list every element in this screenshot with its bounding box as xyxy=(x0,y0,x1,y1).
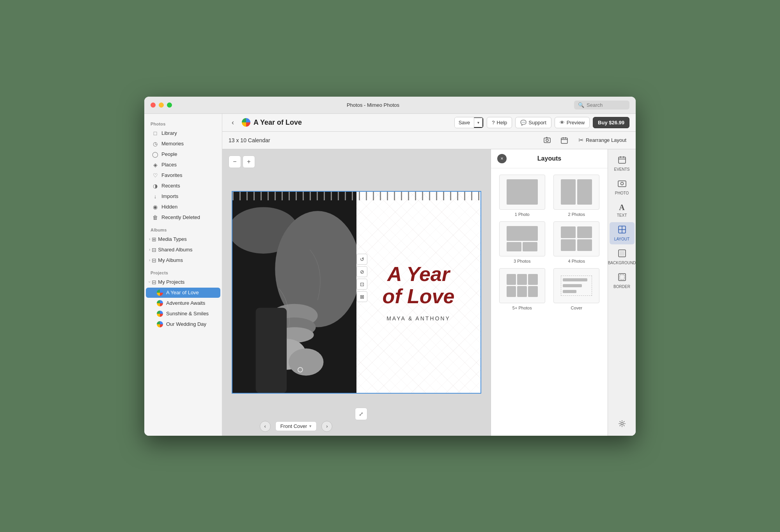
library-icon: □ xyxy=(152,130,158,136)
layout-shape-cover xyxy=(561,276,592,296)
recents-label: Recents xyxy=(161,183,180,189)
flip-button[interactable]: ⊘ xyxy=(356,266,367,277)
layout-label-3-photos: 3 Photos xyxy=(514,259,530,263)
sidebar-item-adventure-awaits[interactable]: Adventure Awaits xyxy=(146,298,220,308)
people-label: People xyxy=(161,151,177,157)
layout-item-4-photos[interactable]: 4 Photos xyxy=(552,221,602,263)
sidebar-item-recents[interactable]: ◑ Recents xyxy=(146,181,220,191)
sidebar-item-recently-deleted[interactable]: 🗑 Recently Deleted xyxy=(146,212,220,223)
chevron-right-icon: › xyxy=(149,258,150,262)
next-page-button[interactable]: › xyxy=(321,421,332,432)
right-panel-photo[interactable]: PHOTO xyxy=(610,176,635,198)
add-photo-button[interactable] xyxy=(541,134,553,147)
background-icon xyxy=(618,249,626,260)
right-panel-background[interactable]: BACKGROUND xyxy=(610,246,635,268)
people-icon: ◯ xyxy=(152,151,158,157)
navigation-bar: ‹ Front Cover ▾ › xyxy=(222,417,370,436)
sidebar-item-favorites[interactable]: ♡ Favorites xyxy=(146,170,220,180)
back-button[interactable]: ‹ xyxy=(229,118,237,127)
cover-title: A Year of Love xyxy=(383,263,455,308)
layout-item-cover[interactable]: Cover xyxy=(552,268,602,310)
prev-page-button[interactable]: ‹ xyxy=(260,421,271,432)
layout-item-1-photo[interactable]: 1 Photo xyxy=(497,175,547,217)
project-name: A Year of Love xyxy=(254,118,302,127)
photo-icon xyxy=(618,179,626,190)
search-input[interactable] xyxy=(587,102,626,108)
buy-button[interactable]: Buy $26.99 xyxy=(593,117,629,128)
photo-area[interactable] xyxy=(232,192,356,393)
support-button[interactable]: 💬 Support xyxy=(515,117,551,128)
sidebar-item-hidden[interactable]: ◉ Hidden xyxy=(146,202,220,212)
places-label: Places xyxy=(161,162,177,168)
photo-label: PHOTO xyxy=(615,191,629,195)
sidebar-group-my-albums[interactable]: › ⊟ My Albums xyxy=(146,255,220,265)
save-dropdown-button[interactable]: ▾ xyxy=(474,117,483,128)
sidebar-item-our-wedding-day[interactable]: Our Wedding Day xyxy=(146,319,220,329)
events-label: EVENTS xyxy=(614,167,629,171)
layout-shape-4photos xyxy=(561,226,592,251)
layout-item-2-photos[interactable]: 2 Photos xyxy=(552,175,602,217)
minimize-window-button[interactable] xyxy=(159,103,164,108)
sidebar-item-places[interactable]: ◈ Places xyxy=(146,160,220,170)
sidebar-item-imports[interactable]: ↓ Imports xyxy=(146,191,220,201)
copy-button[interactable]: ⊡ xyxy=(356,279,367,290)
layout-shape-1photo xyxy=(507,179,538,205)
sidebar-item-people[interactable]: ◯ People xyxy=(146,149,220,159)
calendar-size-label: 13 x 10 Calendar xyxy=(229,137,538,143)
help-icon: ? xyxy=(492,120,495,125)
close-window-button[interactable] xyxy=(151,103,156,108)
sidebar-group-media-types[interactable]: › ⊞ Media Types xyxy=(146,234,220,244)
search-bar[interactable]: 🔍 xyxy=(574,101,629,110)
zoom-in-button[interactable]: + xyxy=(243,156,255,168)
project-icon-sunshine-smiles xyxy=(157,311,163,317)
paste-button[interactable]: ⊠ xyxy=(356,291,367,302)
sidebar-item-memories[interactable]: ◷ Memories xyxy=(146,139,220,149)
save-button[interactable]: Save xyxy=(455,117,474,128)
layout-label-1-photo: 1 Photo xyxy=(515,212,530,217)
our-wedding-day-label: Our Wedding Day xyxy=(166,321,206,327)
recently-deleted-label: Recently Deleted xyxy=(161,214,200,220)
projects-section-label: Projects xyxy=(144,266,222,277)
layouts-grid: 1 Photo 2 Photos xyxy=(491,168,608,316)
right-panel-text[interactable]: A TEXT xyxy=(610,200,635,221)
close-layouts-button[interactable]: × xyxy=(497,154,507,163)
calendar-grid-button[interactable] xyxy=(558,134,571,147)
right-panel-events[interactable]: EVENTS xyxy=(610,152,635,175)
sidebar-item-year-of-love[interactable]: A Year of Love xyxy=(146,288,220,298)
right-panel-border[interactable]: BORDER xyxy=(610,270,635,292)
fullscreen-button[interactable]: ⤢ xyxy=(355,408,367,420)
year-of-love-label: A Year of Love xyxy=(166,290,199,295)
sidebar-item-library[interactable]: □ Library xyxy=(146,128,220,138)
sunshine-smiles-label: Sunshine & Smiles xyxy=(166,311,209,316)
sub-toolbar-actions: ✂ Rearrange Layout xyxy=(541,134,629,147)
window-title: Photos - Mimeo Photos xyxy=(172,102,574,108)
trash-icon: 🗑 xyxy=(152,214,158,221)
sidebar-item-sunshine-smiles[interactable]: Sunshine & Smiles xyxy=(146,309,220,319)
sidebar-group-my-projects[interactable]: › ⊟ My Projects xyxy=(146,277,220,287)
shared-folder-icon: ⊟ xyxy=(152,247,156,253)
chevron-down-icon: › xyxy=(147,281,152,283)
rearrange-label: Rearrange Layout xyxy=(586,137,626,143)
rearrange-layout-button[interactable]: ✂ Rearrange Layout xyxy=(575,135,629,145)
rotate-button[interactable]: ↺ xyxy=(356,254,367,265)
page-dropdown-icon[interactable]: ▾ xyxy=(309,424,312,429)
layout-item-3-photos[interactable]: 3 Photos xyxy=(497,221,547,263)
layout-item-5-photos[interactable]: 5+ Photos xyxy=(497,268,547,310)
preview-button[interactable]: 👁 Preview xyxy=(555,117,590,128)
border-icon xyxy=(618,273,626,283)
text-area[interactable]: A Year of Love Maya & Anthony xyxy=(356,192,480,393)
right-panel-layout[interactable]: LAYOUT xyxy=(610,222,635,244)
svg-rect-2 xyxy=(561,138,567,143)
sidebar-group-shared-albums[interactable]: › ⊟ Shared Albums xyxy=(146,245,220,255)
photos-section-label: Photos xyxy=(144,117,222,128)
save-button-group: Save ▾ xyxy=(454,117,484,128)
layout-label-5-photos: 5+ Photos xyxy=(512,306,532,310)
help-button[interactable]: ? Help xyxy=(487,117,512,128)
layouts-title: Layouts xyxy=(537,155,561,162)
text-label: TEXT xyxy=(617,213,627,217)
maximize-window-button[interactable] xyxy=(167,103,172,108)
zoom-out-button[interactable]: − xyxy=(229,156,241,168)
settings-button[interactable] xyxy=(615,417,629,433)
favorites-icon: ♡ xyxy=(152,172,158,179)
my-albums-label: My Albums xyxy=(158,257,183,263)
